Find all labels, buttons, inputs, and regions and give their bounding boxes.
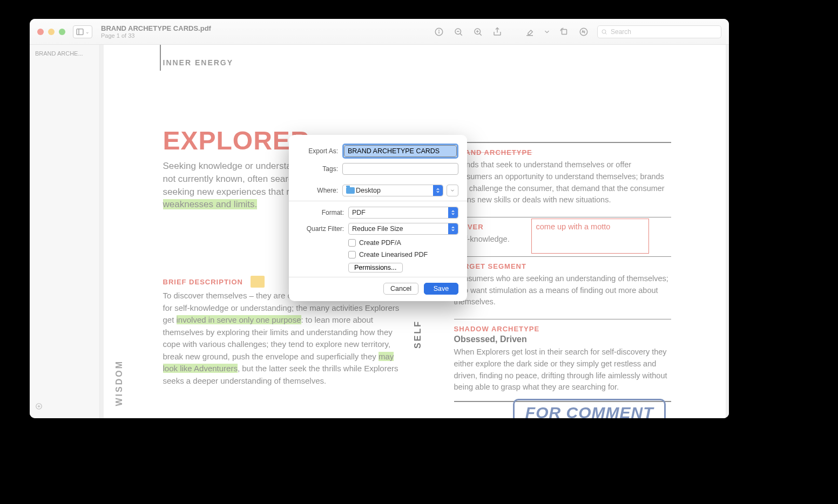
create-pdfa-label: Create PDF/A	[359, 239, 401, 247]
annotation-box[interactable]: come up with a motto	[531, 219, 649, 254]
folder-icon	[346, 187, 355, 194]
markup-icon[interactable]	[578, 26, 590, 38]
svg-point-4	[439, 30, 440, 30]
self-label: SELF	[413, 320, 423, 349]
for-comment-stamp[interactable]: FOR COMMENT	[513, 399, 666, 418]
where-label: Where:	[298, 187, 338, 194]
sidebar-add-button[interactable]	[35, 400, 94, 413]
search-placeholder: Search	[611, 28, 631, 36]
zoom-out-icon[interactable]	[452, 26, 464, 38]
highlight-green: weaknesses and limits.	[163, 199, 258, 209]
save-button[interactable]: Save	[424, 283, 458, 295]
brief-description-label: BRIEF DESCRIPTION	[163, 278, 243, 286]
fullscreen-window-button[interactable]	[59, 29, 65, 35]
inner-energy-label: INNER ENERGY	[163, 58, 234, 67]
wisdom-label: WISDOM	[114, 360, 124, 406]
annotation-text: come up with a motto	[536, 222, 611, 231]
shadow-archetype-text: When Explorers get lost in their search …	[454, 346, 672, 393]
sidebar-thumb-label[interactable]: BRAND ARCHE...	[35, 50, 94, 57]
svg-line-6	[460, 33, 462, 36]
export-as-input[interactable]	[344, 145, 457, 157]
shadow-archetype-bold: Obsessed, Driven	[454, 335, 672, 344]
create-linearised-checkbox[interactable]	[348, 251, 356, 258]
rotate-icon[interactable]	[558, 26, 570, 38]
permissions-button[interactable]: Permissions...	[348, 263, 403, 273]
share-icon[interactable]	[491, 26, 503, 38]
where-value: Desktop	[356, 187, 381, 194]
titlebar: ⌄ BRAND ARCHETYPE CARDS.pdf Page 1 of 33…	[30, 19, 729, 45]
svg-point-16	[602, 30, 606, 33]
highlight-green-2: involved in serve only one purpose	[177, 315, 301, 324]
svg-rect-0	[77, 29, 83, 35]
export-as-label: Export As:	[298, 147, 338, 155]
close-window-button[interactable]	[37, 29, 44, 35]
zoom-in-icon[interactable]	[472, 26, 484, 38]
traffic-lights	[37, 29, 65, 35]
sidebar-toggle-button[interactable]: ⌄	[73, 25, 92, 38]
target-segment-text: Consumers who are seeking an understandi…	[454, 273, 672, 308]
thumbnail-sidebar: BRAND ARCHE...	[30, 45, 100, 418]
brand-archetype-text: Brands that seek to understand themselve…	[454, 159, 672, 206]
document-title: BRAND ARCHETYPE CARDS.pdf	[101, 24, 211, 32]
quartz-filter-select[interactable]: Reduce File Size	[348, 223, 458, 235]
tags-input[interactable]	[342, 163, 458, 175]
quartz-filter-label: Quartz Filter:	[298, 225, 344, 233]
brief-description-text: To discover themselves – they are on a t…	[163, 290, 406, 387]
where-select[interactable]: Desktop	[342, 185, 443, 196]
minimize-window-button[interactable]	[48, 29, 55, 35]
format-label: Format:	[298, 209, 344, 216]
create-pdfa-checkbox[interactable]	[348, 239, 356, 247]
tags-label: Tags:	[298, 165, 338, 173]
note-icon[interactable]	[251, 276, 265, 288]
quartz-filter-value: Reduce File Size	[352, 225, 403, 233]
page-indicator: Page 1 of 33	[101, 32, 211, 39]
create-linearised-label: Create Linearised PDF	[359, 251, 428, 258]
svg-line-17	[605, 33, 607, 35]
where-expand-button[interactable]	[447, 185, 458, 196]
format-value: PDF	[352, 209, 366, 216]
search-field[interactable]: Search	[597, 25, 721, 38]
svg-rect-14	[562, 29, 567, 34]
highlight-dropdown-icon[interactable]	[543, 26, 551, 38]
info-icon[interactable]	[433, 26, 445, 38]
format-select[interactable]: PDF	[348, 207, 458, 219]
export-sheet: Export As: Tags: Where: Desktop Format:	[289, 135, 467, 301]
svg-line-9	[479, 33, 482, 36]
highlight-icon[interactable]	[524, 26, 536, 38]
cancel-button[interactable]: Cancel	[383, 283, 418, 295]
shadow-archetype-label: SHADOW ARCHETYPE	[454, 325, 540, 333]
